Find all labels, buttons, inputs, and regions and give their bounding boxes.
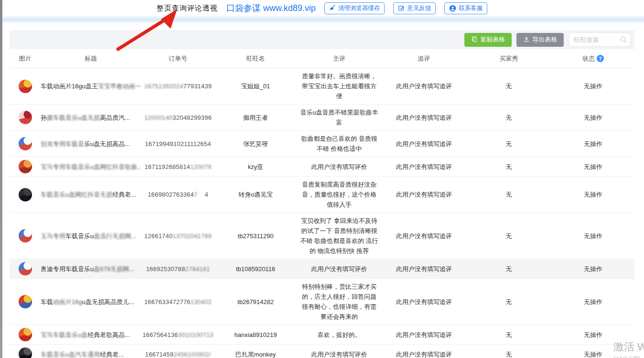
table-row[interactable]: 车载音乐u盘网红抖音无损经典老...16698027633647 4转身o遇见宝… bbox=[10, 177, 634, 213]
feedback-button[interactable]: 意见反馈 bbox=[393, 2, 436, 14]
page-title: 整页查询评论透视 bbox=[157, 4, 218, 13]
product-title: 车载音乐u bbox=[65, 232, 94, 240]
order-number-cell: 166925307882784181 bbox=[141, 264, 215, 274]
main-review-cell: 此用户没有填写评价 bbox=[296, 264, 382, 274]
product-thumbnail[interactable] bbox=[19, 137, 32, 150]
product-thumbnail[interactable] bbox=[19, 262, 32, 275]
buyer-show-cell: 无 bbox=[466, 330, 552, 340]
status-cell: 无操作 bbox=[552, 264, 634, 274]
product-title-cell: 宝马专用车载音乐u盘网红抖音歌曲... bbox=[41, 162, 141, 172]
product-image-cell bbox=[10, 111, 41, 124]
product-title: u盘无损高品质儿... bbox=[82, 298, 134, 305]
wangwang-name-cell: 转身o遇见宝 bbox=[215, 190, 296, 200]
order-number: 120079 bbox=[190, 163, 212, 170]
table-row[interactable]: 车载音乐u盘汽车通用经典老...166714592456100902/巴扎黑mo… bbox=[10, 345, 634, 358]
table-row[interactable]: 奥迪专用车载音乐u盘679无损网...166925307882784181tb1… bbox=[10, 259, 634, 279]
order-number: 1667633472776 bbox=[144, 298, 191, 305]
product-thumbnail[interactable] bbox=[19, 160, 32, 173]
product-thumbnail[interactable] bbox=[19, 328, 32, 341]
product-title-cell: 孙露车载音乐u盘无损高品质汽... bbox=[41, 113, 141, 123]
column-header-label: 买家秀 bbox=[500, 54, 518, 63]
wangwang-name-cell: 巴扎黑monkey bbox=[215, 349, 296, 358]
table-row[interactable]: 宝马车载音乐u盘经典老歌高品...16675641363010100713han… bbox=[10, 325, 634, 345]
column-header-2: 标题 bbox=[41, 54, 141, 63]
column-header-label: 主评 bbox=[333, 54, 345, 63]
order-number: 1669802763364 bbox=[148, 191, 194, 198]
column-header-4: 旺旺名 bbox=[215, 54, 296, 63]
status-cell: 无操作 bbox=[552, 113, 634, 123]
product-title-cell: 玉马专用车载音乐u盘流行无损网... bbox=[41, 231, 141, 241]
order-number-cell: 1671192685814120079 bbox=[141, 162, 215, 172]
product-image-cell bbox=[10, 188, 41, 201]
product-thumbnail[interactable] bbox=[19, 295, 32, 308]
product-title: 奥迪专用车载音乐u bbox=[41, 265, 94, 273]
status-help-icon[interactable]: ? bbox=[597, 55, 604, 62]
order-number: 12661740 bbox=[144, 232, 172, 240]
product-thumbnail[interactable] bbox=[19, 188, 32, 201]
buyer-show-cell: 无 bbox=[466, 139, 552, 149]
copy-table-button[interactable]: 复制表格 bbox=[464, 33, 512, 47]
product-title-cell: 别克专用车载音乐u盘无损高品... bbox=[41, 139, 141, 149]
product-image-cell bbox=[10, 229, 41, 242]
wangwang-name-cell: tb275311290 bbox=[215, 231, 296, 241]
headset-icon bbox=[449, 5, 456, 12]
wangwang-name-cell: 宝姐姐_01 bbox=[215, 81, 296, 91]
order-number-cell: 1671994910211112654 bbox=[141, 139, 215, 149]
order-number: 3010100713 bbox=[178, 331, 214, 338]
product-title: 经典老... bbox=[100, 351, 124, 358]
main-review-cell: 宝贝收到了 拿回来迫不及待的试了一下 音质特别清晰很不错 歌曲也都是喜欢的 流行… bbox=[296, 216, 382, 256]
product-image-cell bbox=[10, 137, 41, 150]
table-row[interactable]: 玉马专用车载音乐u盘流行无损网...1266174013702041789tb2… bbox=[10, 213, 634, 259]
download-icon bbox=[523, 36, 530, 44]
export-table-button[interactable]: 导出表格 bbox=[516, 33, 564, 47]
table-row[interactable]: 孙露车载音乐u盘无损高品质汽...1200014032048299396御用王者… bbox=[10, 105, 634, 131]
followup-review-cell: 此用户没有填写追评 bbox=[382, 113, 466, 123]
followup-review-cell: 此用户没有填写追评 bbox=[382, 330, 466, 340]
table-row[interactable]: 别克专用车载音乐u盘无损高品...1671994910211112654张艺昊呀… bbox=[10, 131, 634, 157]
product-title: 高品质汽... bbox=[100, 114, 130, 121]
followup-review-cell: 此用户没有填写追评 bbox=[382, 162, 466, 172]
clear-cache-button[interactable]: 清理浏览器缓存 bbox=[324, 2, 385, 14]
brand-link[interactable]: 口袋参谋 www.kd89.vip bbox=[226, 2, 316, 14]
header-divider-strip bbox=[0, 16, 644, 22]
contact-support-button[interactable]: 联系客服 bbox=[444, 2, 487, 14]
column-header-label: 状态 bbox=[582, 54, 595, 63]
product-thumbnail[interactable] bbox=[19, 111, 32, 124]
export-table-label: 导出表格 bbox=[532, 35, 557, 44]
status-cell: 无操作 bbox=[552, 231, 634, 241]
product-title-cell: 宝马车载音乐u盘经典老歌高品... bbox=[41, 330, 141, 340]
table-row[interactable]: 宝马专用车载音乐u盘网红抖音歌曲...1671192685814120079kz… bbox=[10, 157, 634, 177]
product-title-cell: 车载动画片16gu盘无损高品质儿... bbox=[41, 297, 141, 307]
table-row[interactable]: 车载动画片16gu盘王宝宝早教动画一 一 一167513920247793143… bbox=[10, 68, 634, 105]
product-image-cell bbox=[10, 160, 41, 173]
copy-table-label: 复制表格 bbox=[480, 35, 505, 44]
table-row[interactable]: 车载动画片16gu盘无损高品质儿...1667633472776130402tb… bbox=[10, 279, 634, 325]
edit-icon bbox=[398, 5, 405, 11]
order-number: 7 bbox=[194, 191, 197, 198]
status-cell: 无操作 bbox=[552, 81, 634, 91]
order-number: 16751392024 bbox=[144, 83, 183, 90]
product-title: 动画片16g bbox=[53, 298, 82, 305]
main-review-cell: 此用户没有填写评价 bbox=[296, 349, 382, 358]
order-number-cell: 16675641363010100713 bbox=[141, 330, 215, 340]
column-header-1: 图片 bbox=[10, 54, 41, 63]
column-header-7: 买家秀 bbox=[466, 54, 552, 63]
product-title: 玉马专用 bbox=[41, 232, 65, 240]
order-number: 1671994910211112654 bbox=[145, 140, 211, 147]
main-review-cell: 质量非常好。画质很清晰，带宝宝出去车上也能看很方便 bbox=[296, 71, 382, 101]
search-icon[interactable] bbox=[620, 36, 627, 45]
product-thumbnail[interactable] bbox=[19, 80, 32, 93]
product-image-cell bbox=[10, 80, 41, 93]
order-number: 77931439 bbox=[183, 83, 212, 90]
broom-icon bbox=[329, 5, 336, 11]
wangwang-name-cell: tb1085920116 bbox=[215, 264, 296, 274]
product-thumbnail[interactable] bbox=[19, 347, 32, 358]
product-thumbnail[interactable] bbox=[19, 229, 32, 242]
wangwang-name-cell: tb267914282 bbox=[215, 297, 296, 307]
status-cell: 无操作 bbox=[552, 297, 634, 307]
product-title: 车载动画片16gu盘王 bbox=[41, 83, 98, 90]
product-title: 经典老歌高品... bbox=[87, 331, 130, 338]
product-title: 宝马车载音乐u盘 bbox=[41, 331, 87, 338]
product-title: 露车载音乐u盘无损 bbox=[47, 114, 100, 121]
order-number: 1671192685814 bbox=[144, 163, 190, 170]
